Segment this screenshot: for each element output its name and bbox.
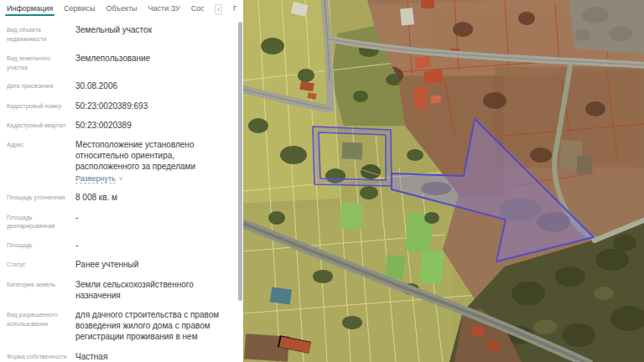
field-row: Площадь - — [7, 240, 230, 251]
field-label: Адрес — [7, 139, 75, 184]
field-row: Кадастровый номер 50:23:0020389:693 — [7, 101, 230, 111]
parcel-attributes-list: Вид объекта недвижимости Земельный участ… — [0, 18, 243, 362]
panel-scrollbar[interactable] — [238, 22, 242, 301]
field-row: Форма собственности Частная — [7, 351, 230, 362]
field-row: Вид земельного участка Землепользование — [7, 53, 230, 73]
tab-information[interactable]: Информация — [7, 4, 53, 16]
building — [414, 56, 431, 69]
tabs-scroll-right-button[interactable]: › — [215, 4, 222, 15]
field-value: 8 008 кв. м — [75, 192, 230, 203]
field-label: Дата присвоения — [7, 80, 75, 91]
field-row: Площадь уточненная 8 008 кв. м — [7, 192, 230, 203]
field-value: 50:23:0020389 — [75, 120, 230, 131]
map-satellite-view[interactable] — [243, 0, 644, 362]
field-row: Кадастровый квартал 50:23:0020389 — [7, 120, 230, 131]
field-label: Форма собственности — [7, 351, 75, 362]
field-value: - — [75, 212, 230, 232]
field-value: Ранее учтенный — [75, 259, 230, 270]
address-text: Местоположение установлено относительно … — [75, 140, 195, 171]
cadastral-map-app: Информация Сервисы Объекты Части ЗУ Сост… — [0, 0, 644, 362]
field-label: Вид разрешенного использования — [7, 309, 75, 343]
field-value: 30.08.2006 — [75, 80, 230, 91]
field-value: Земельный участок — [75, 24, 230, 44]
tab-overflow-fragment[interactable]: П — [233, 4, 236, 16]
field-row-address: Адрес Местоположение установлено относит… — [7, 139, 230, 184]
gray-terrain — [569, 0, 644, 54]
field-row: Статус Ранее учтенный — [7, 259, 230, 270]
tab-services[interactable]: Сервисы — [64, 4, 95, 16]
expand-address-link[interactable]: Развернуть — [75, 175, 116, 184]
chevron-down-icon[interactable]: ˅ — [119, 175, 123, 183]
field-row: Дата присвоения 30.08.2006 — [7, 80, 230, 91]
field-label: Статус — [7, 259, 75, 270]
field-label: Площадь декларированная — [7, 212, 75, 232]
field-label: Кадастровый номер — [7, 101, 75, 111]
field-value: для дачного строительства с правом возве… — [75, 309, 230, 343]
field-value: Землепользование — [75, 53, 230, 73]
tab-parcel-parts[interactable]: Части ЗУ — [148, 4, 180, 16]
info-panel: Информация Сервисы Объекты Части ЗУ Сост… — [0, 0, 243, 362]
field-value: Частная — [75, 351, 230, 362]
field-label: Площадь уточненная — [7, 192, 75, 203]
field-label: Площадь — [7, 240, 75, 251]
tab-objects[interactable]: Объекты — [106, 4, 137, 16]
field-label: Кадастровый квартал — [7, 120, 75, 131]
tab-composition[interactable]: Соста — [191, 4, 204, 16]
field-row: Категория земель Земли сельскохозяйствен… — [7, 279, 230, 301]
field-label: Вид земельного участка — [7, 53, 75, 73]
field-row: Вид объекта недвижимости Земельный участ… — [7, 24, 230, 44]
field-row: Площадь декларированная - — [7, 212, 230, 232]
field-value: Местоположение установлено относительно … — [75, 139, 230, 184]
field-value: - — [75, 240, 230, 251]
map-canvas[interactable] — [243, 0, 644, 362]
field-value: Земли сельскохозяйственного назначения — [75, 279, 230, 301]
field-row: Вид разрешенного использования для дачно… — [7, 309, 230, 343]
field-value: 50:23:0020389:693 — [75, 101, 230, 111]
tab-bar: Информация Сервисы Объекты Части ЗУ Сост… — [0, 0, 243, 18]
field-label: Вид объекта недвижимости — [7, 24, 75, 44]
field-label: Категория земель — [7, 279, 75, 301]
